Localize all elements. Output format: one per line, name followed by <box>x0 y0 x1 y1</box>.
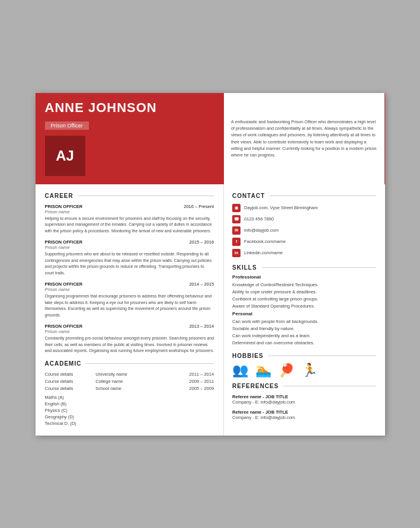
contact-section-title: CONTACT <box>232 193 265 199</box>
resume-document: ANNE JOHNSON Prison Officer AJ A enthusi… <box>36 93 385 436</box>
career-dates: 2016 – Present <box>184 204 214 209</box>
hobbies-icons-container: 👥🏊🏓🏃 <box>232 363 376 378</box>
course-dates: 2005 – 2009 <box>166 386 214 391</box>
references-content-container: Referee name - JOB TITLE Company - E: in… <box>232 394 376 420</box>
contact-item: ☎ 0123 456 7890 <box>232 215 376 223</box>
academic-row: Course details College name 2009 – 2011 <box>45 379 214 384</box>
subject-item: Physics (C) <box>45 408 214 413</box>
swim-icon: 🏊 <box>255 363 271 378</box>
academic-row: Course details School name 2005 – 2009 <box>45 386 214 391</box>
career-description: Constantly promoting pro-social behaviou… <box>45 335 214 354</box>
contact-item: ✉ info@dayjob.com <box>232 226 376 235</box>
skill-item: Aware of Standard Operating Procedures. <box>232 303 376 309</box>
skill-item: Ability to cope under pressure & deadlin… <box>232 289 376 295</box>
referee-detail: Company - E: info@dayjob.com <box>232 415 376 420</box>
hobbies-section: HOBBIES 👥🏊🏓🏃 <box>232 353 376 378</box>
contact-text: info@dayjob.com <box>244 228 278 233</box>
course-label: Course details <box>45 386 92 391</box>
course-dates: 2009 – 2011 <box>166 379 214 384</box>
facebook-icon: f <box>232 238 241 246</box>
skill-category-name: Professional <box>232 274 376 280</box>
resume-name: ANNE JOHNSON <box>45 100 215 116</box>
reference-entry: Referee name - JOB TITLE Company - E: in… <box>232 409 376 420</box>
skills-section-title: SKILLS <box>232 264 257 271</box>
academic-row: Course details University name 2011 – 20… <box>45 372 214 377</box>
career-description: Supporting prisoners who are about to be… <box>45 251 214 276</box>
career-entry: PRISON OFFICER 2015 – 2016 Prison name S… <box>45 239 214 276</box>
skill-category-block: Personal Can work with people from all b… <box>232 311 376 345</box>
skill-item: Sociable and friendly by nature. <box>232 326 376 331</box>
reference-entry: Referee name - JOB TITLE Company - E: in… <box>232 394 376 405</box>
people-icon: 👥 <box>232 363 248 378</box>
referee-name: Referee name - JOB TITLE <box>232 394 376 399</box>
career-company: Prison name <box>45 245 214 250</box>
course-label: Course details <box>45 379 92 384</box>
subject-item: English (B) <box>45 401 214 407</box>
email-icon: ✉ <box>232 226 241 235</box>
career-role: PRISON OFFICER <box>45 239 83 245</box>
contact-item: in Linkedin.com/name <box>232 249 376 257</box>
skills-section: SKILLS Professional Knowledge of Control… <box>232 264 376 345</box>
phone-icon: ☎ <box>232 215 241 223</box>
references-section: REFERENCES Referee name - JOB TITLE Comp… <box>232 383 376 420</box>
skill-category-block: Professional Knowledge of Control/Restra… <box>232 274 376 309</box>
career-entry: PRISON OFFICER 2016 – Present Prison nam… <box>45 204 214 235</box>
subject-item: Maths (A) <box>45 395 214 400</box>
career-entries-container: PRISON OFFICER 2016 – Present Prison nam… <box>45 204 214 354</box>
location-icon: ◉ <box>232 204 241 212</box>
career-description: Helping to ensure a secure environment f… <box>45 216 214 235</box>
tabletennis-icon: 🏓 <box>278 363 294 378</box>
career-company: Prison name <box>45 329 214 334</box>
course-institution: College name <box>95 379 163 384</box>
academic-subjects-container: Maths (A)English (B)Physics (C)Geography… <box>45 395 214 426</box>
contact-item: f Facebook.com/name <box>232 238 376 246</box>
linkedin-icon: in <box>232 249 241 257</box>
hobbies-section-title: HOBBIES <box>232 353 264 359</box>
career-entry: PRISON OFFICER 2013 – 2014 Prison name C… <box>45 324 214 354</box>
course-institution: School name <box>95 386 163 391</box>
contact-text: Linkedin.com/name <box>244 250 283 255</box>
contact-section: CONTACT ◉ Dayjob.com, Vyse Street Birmin… <box>232 193 376 257</box>
subject-item: Geography (D) <box>45 414 214 420</box>
skill-item: Can work with people from all background… <box>232 319 376 324</box>
contact-text: Dayjob.com, Vyse Street Birmingham <box>244 205 318 210</box>
career-dates: 2014 – 2015 <box>189 281 214 287</box>
career-description: Organising programmes that encourage pri… <box>45 293 214 318</box>
references-section-title: REFERENCES <box>232 383 278 389</box>
academic-section: ACADEMIC Course details University name … <box>45 360 214 426</box>
skill-item: Can work independently and as a team. <box>232 333 376 338</box>
career-role: PRISON OFFICER <box>45 324 83 329</box>
career-role: PRISON OFFICER <box>45 281 83 287</box>
course-institution: University name <box>95 372 163 377</box>
career-company: Prison name <box>45 209 214 215</box>
subject-item: Technical D. (D) <box>45 421 214 426</box>
contact-text: 0123 456 7890 <box>244 216 274 222</box>
avatar: AJ <box>45 136 85 176</box>
contact-text: Facebook.com/name <box>244 239 286 244</box>
contact-item: ◉ Dayjob.com, Vyse Street Birmingham <box>232 204 376 212</box>
career-entry: PRISON OFFICER 2014 – 2015 Prison name O… <box>45 281 214 318</box>
academic-courses-container: Course details University name 2011 – 20… <box>45 372 214 391</box>
academic-section-title: ACADEMIC <box>45 360 82 367</box>
skill-item: Determined and can overcome obstacles. <box>232 340 376 345</box>
career-role: PRISON OFFICER <box>45 204 83 209</box>
referee-detail: Company - E: info@dayjob.com <box>232 399 376 405</box>
skill-item: Knowledge of Control/Restraint Technique… <box>232 282 376 287</box>
header-summary: A enthusiastic and hardworking Prison Of… <box>231 119 377 158</box>
referee-name: Referee name - JOB TITLE <box>232 409 376 415</box>
course-dates: 2011 – 2014 <box>166 372 214 377</box>
skill-item: Confident at controlling large prison gr… <box>232 296 376 302</box>
job-title-badge: Prison Officer <box>45 121 89 130</box>
run-icon: 🏃 <box>302 363 318 378</box>
skills-content-container: Professional Knowledge of Control/Restra… <box>232 274 376 345</box>
career-dates: 2013 – 2014 <box>189 324 214 329</box>
course-label: Course details <box>45 372 92 377</box>
contact-items-container: ◉ Dayjob.com, Vyse Street Birmingham ☎ 0… <box>232 204 376 257</box>
career-dates: 2015 – 2016 <box>189 239 214 245</box>
career-section-title: CAREER <box>45 193 73 199</box>
skill-category-name: Personal <box>232 311 376 316</box>
career-company: Prison name <box>45 287 214 292</box>
career-section: CAREER PRISON OFFICER 2016 – Present Pri… <box>45 193 214 354</box>
